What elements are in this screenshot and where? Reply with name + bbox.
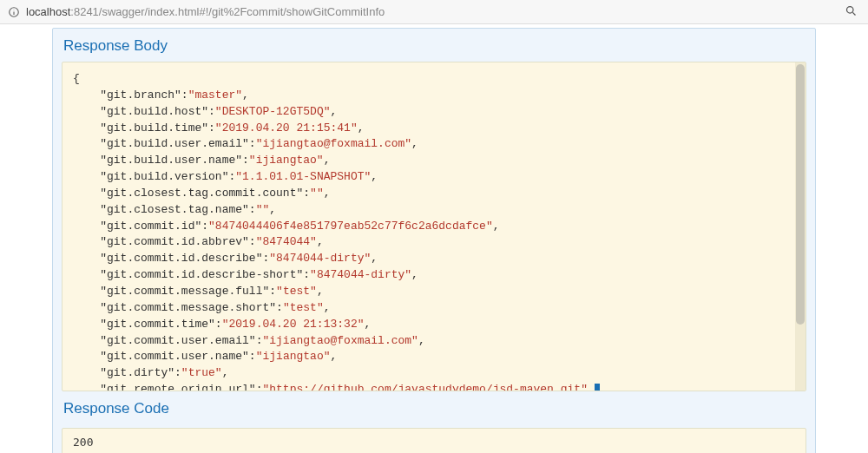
svg-point-2 xyxy=(14,9,15,10)
text-cursor xyxy=(595,384,600,391)
json-key: "git.build.user.name" xyxy=(100,154,242,167)
json-line[interactable]: "git.build.host":"DESKTOP-12GT5DQ", xyxy=(73,104,795,121)
url-host: localhost xyxy=(26,5,70,18)
url-text[interactable]: localhost:8241/swagger/index.html#!/git%… xyxy=(26,5,841,18)
json-key: "git.build.version" xyxy=(100,170,228,183)
json-value: "test" xyxy=(283,301,324,314)
json-key: "git.build.user.email" xyxy=(100,137,249,150)
url-path: :8241/swagger/index.html#!/git%2Fcommit/… xyxy=(70,5,385,18)
json-value: "ijiangtao@foxmail.com" xyxy=(262,334,418,347)
json-key: "git.commit.message.full" xyxy=(100,285,269,298)
json-key: "git.closest.tag.name" xyxy=(100,203,249,216)
json-line[interactable]: "git.commit.time":"2019.04.20 21:13:32", xyxy=(73,317,795,333)
response-code-title: Response Code xyxy=(62,397,806,424)
json-key: "git.build.host" xyxy=(100,105,208,118)
json-content[interactable]: { "git.branch":"master", "git.build.host… xyxy=(73,71,795,391)
json-line[interactable]: { xyxy=(73,71,795,88)
json-line[interactable]: "git.dirty":"true", xyxy=(73,365,795,382)
json-line[interactable]: "git.closest.tag.commit.count":"", xyxy=(73,186,795,202)
json-value: "8474044406f4e851797eab52c77f6c2a6dcdafc… xyxy=(208,220,493,233)
json-line[interactable]: "git.closest.tag.name":"", xyxy=(73,202,795,219)
scrollbar[interactable] xyxy=(795,62,806,391)
json-line[interactable]: "git.commit.user.name":"ijiangtao", xyxy=(73,349,795,365)
json-key: "git.commit.id" xyxy=(100,220,201,233)
json-value: "DESKTOP-12GT5DQ" xyxy=(215,105,331,118)
json-key: "git.remote.origin.url" xyxy=(100,383,255,391)
json-value: "ijiangtao@foxmail.com" xyxy=(256,137,411,150)
json-line[interactable]: "git.commit.user.email":"ijiangtao@foxma… xyxy=(73,333,795,350)
json-value: "https://github.com/javastudydemo/jsd-ma… xyxy=(262,383,587,391)
json-line[interactable]: "git.build.version":"1.1.01.01-SNAPSHOT"… xyxy=(73,169,795,186)
json-key: "git.branch" xyxy=(100,89,181,102)
info-icon xyxy=(7,5,21,19)
json-key: "git.closest.tag.commit.count" xyxy=(100,187,303,200)
json-line[interactable]: "git.commit.id.describe-short":"8474044-… xyxy=(73,267,795,284)
response-code-box: 200 xyxy=(62,428,806,453)
json-value: "2019.04.20 21:15:41" xyxy=(215,121,358,135)
json-value: "ijiangtao" xyxy=(249,154,324,167)
json-brace: { xyxy=(73,72,80,85)
json-value: "ijiangtao" xyxy=(256,350,331,363)
svg-point-3 xyxy=(847,6,854,13)
json-line[interactable]: "git.commit.id":"8474044406f4e851797eab5… xyxy=(73,219,795,235)
json-line[interactable]: "git.commit.message.short":"test", xyxy=(73,300,795,317)
json-value: "true" xyxy=(181,366,222,379)
json-value: "1.1.01.01-SNAPSHOT" xyxy=(235,170,371,183)
json-value: "8474044" xyxy=(256,235,317,248)
response-body-box[interactable]: { "git.branch":"master", "git.build.host… xyxy=(62,62,806,391)
json-line[interactable]: "git.branch":"master", xyxy=(73,88,795,104)
json-key: "git.commit.time" xyxy=(100,318,215,331)
json-value: "" xyxy=(256,203,270,216)
zoom-icon[interactable] xyxy=(841,4,861,20)
response-body-title: Response Body xyxy=(62,34,806,62)
json-value: "8474044-dirty" xyxy=(310,268,411,281)
swagger-response-panel: Response Body { "git.branch":"master", "… xyxy=(52,28,816,453)
json-line[interactable]: "git.build.user.email":"ijiangtao@foxmai… xyxy=(73,136,795,153)
json-line[interactable]: "git.commit.id.describe":"8474044-dirty"… xyxy=(73,251,795,267)
json-key: "git.commit.id.describe" xyxy=(100,252,262,265)
json-line[interactable]: "git.commit.message.full":"test", xyxy=(73,284,795,300)
page-content: Response Body { "git.branch":"master", "… xyxy=(0,24,868,453)
json-line[interactable]: "git.remote.origin.url":"https://github.… xyxy=(73,382,795,391)
json-key: "git.commit.user.name" xyxy=(100,350,249,363)
json-value: "2019.04.20 21:13:32" xyxy=(222,318,365,331)
json-line[interactable]: "git.commit.id.abbrev":"8474044", xyxy=(73,234,795,251)
json-key: "git.commit.id.abbrev" xyxy=(100,235,249,248)
json-key: "git.commit.user.email" xyxy=(100,334,255,347)
json-line[interactable]: "git.build.time":"2019.04.20 21:15:41", xyxy=(73,121,795,137)
browser-address-bar[interactable]: localhost:8241/swagger/index.html#!/git%… xyxy=(0,0,868,24)
response-code-value: 200 xyxy=(73,436,93,449)
json-key: "git.dirty" xyxy=(100,366,174,379)
scrollbar-thumb[interactable] xyxy=(796,64,805,325)
json-value: "master" xyxy=(188,89,242,102)
json-value: "test" xyxy=(276,285,317,298)
json-key: "git.build.time" xyxy=(100,121,208,135)
json-key: "git.commit.id.describe-short" xyxy=(100,268,303,281)
json-value: "8474044-dirty" xyxy=(269,252,371,265)
json-line[interactable]: "git.build.user.name":"ijiangtao", xyxy=(73,153,795,169)
svg-line-4 xyxy=(852,12,855,15)
json-key: "git.commit.message.short" xyxy=(100,301,276,314)
json-value: "" xyxy=(310,187,324,200)
